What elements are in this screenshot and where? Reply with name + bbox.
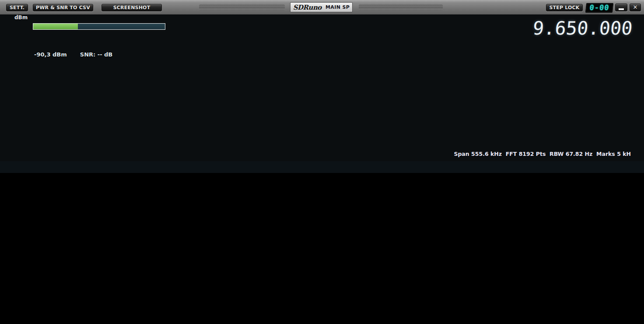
- step-lock-button[interactable]: STEP LOCK: [546, 4, 583, 11]
- spectrum-panel[interactable]: dBm -90,3 dBm SNR: -- dB 9.650.000 Span …: [0, 14, 644, 161]
- titlebar[interactable]: SETT. PWR & SNR TO CSV SCREENSHOT SDRuno…: [0, 0, 644, 15]
- s-meter-level: [33, 24, 78, 29]
- grip-ridges-left: [199, 4, 285, 10]
- window-name-label: MAIN SP: [326, 4, 350, 10]
- power-snr-readout: -90,3 dBm SNR: -- dB: [34, 51, 112, 58]
- minimize-button[interactable]: [615, 4, 627, 11]
- sdruno-main-sp-window: SETT. PWR & SNR TO CSV SCREENSHOT SDRuno…: [0, 0, 644, 324]
- grip-ridges-right: [359, 4, 443, 10]
- close-icon: ✕: [633, 4, 637, 11]
- screenshot-button[interactable]: SCREENSHOT: [102, 4, 162, 11]
- snr-readout: SNR: -- dB: [80, 51, 113, 58]
- waterfall-panel[interactable]: [0, 173, 644, 324]
- dbm-unit-label: dBm: [14, 14, 28, 21]
- pwr-snr-to-csv-button[interactable]: PWR & SNR TO CSV: [33, 4, 93, 11]
- tuned-frequency-display[interactable]: 9.650.000: [532, 18, 634, 39]
- frequency-ticks: [0, 161, 644, 173]
- window-title[interactable]: SDRuno MAIN SP: [290, 2, 353, 12]
- waterfall-display[interactable]: [0, 173, 644, 324]
- close-button[interactable]: ✕: [630, 4, 641, 11]
- frequency-scale[interactable]: [0, 161, 644, 173]
- power-readout: -90,3 dBm: [34, 51, 67, 58]
- app-name-label: SDRuno: [293, 4, 322, 11]
- s-meter: [33, 23, 165, 30]
- span-fft-rbw-info: Span 555.6 kHz FFT 8192 Pts RBW 67.82 Hz…: [454, 151, 631, 157]
- minimize-icon: [619, 8, 624, 10]
- step-size-display[interactable]: 0-00: [585, 3, 613, 13]
- settings-button[interactable]: SETT.: [6, 4, 28, 11]
